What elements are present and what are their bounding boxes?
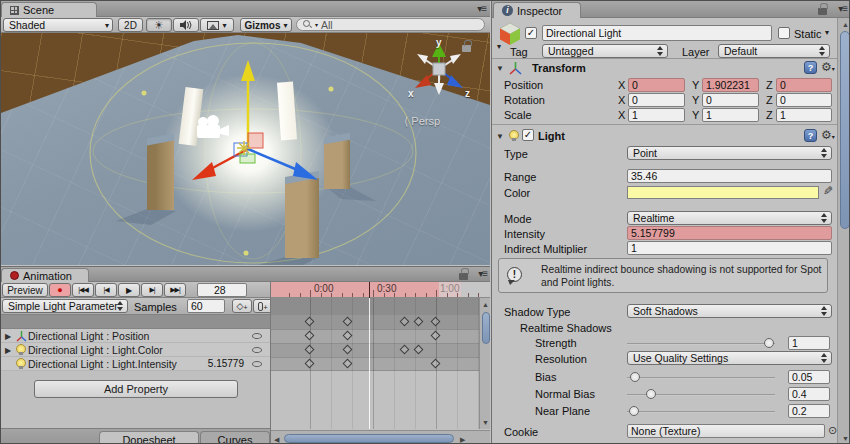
inspector-panel-menu-icon[interactable]: ▾≡ — [838, 3, 847, 14]
chevron-down-icon[interactable]: ▾ — [497, 42, 501, 51]
gameobject-cube-icon[interactable] — [498, 22, 522, 46]
key-indicator-icon[interactable] — [252, 333, 262, 339]
static-checkbox[interactable] — [778, 27, 790, 39]
dopesheet-hscrollbar[interactable]: ◀ ▶ — [271, 430, 490, 444]
next-frame-button[interactable]: ▶| — [141, 283, 163, 297]
gizmos-dropdown[interactable]: Gizmos ▾ — [240, 18, 292, 32]
animation-panel-menu-icon[interactable]: ▾≡ — [478, 268, 487, 279]
scale-x-field[interactable]: 1 — [628, 108, 685, 122]
color-swatch[interactable] — [627, 186, 819, 199]
strength-slider-thumb[interactable] — [764, 338, 774, 348]
foldout-icon[interactable]: ▼ — [496, 132, 504, 141]
cookie-object-field[interactable]: None (Texture) — [627, 424, 825, 438]
scroll-right-icon[interactable]: ▶ — [460, 436, 465, 444]
static-dropdown-icon[interactable]: ▾ — [825, 28, 829, 37]
bias-slider-thumb[interactable] — [630, 372, 640, 382]
inspector-scroll-thumb[interactable] — [840, 31, 850, 229]
scroll-up-icon[interactable]: ▲ — [842, 21, 849, 28]
vscroll-thumb[interactable] — [482, 312, 490, 344]
2d-toggle-button[interactable]: 2D — [118, 18, 143, 32]
bias-slider[interactable] — [627, 377, 775, 379]
tab-animation[interactable]: Animation — [1, 268, 89, 282]
lighting-toggle-button[interactable]: ☀ — [146, 18, 172, 32]
foldout-icon[interactable]: ▼ — [496, 64, 504, 73]
near-plane-slider[interactable] — [627, 411, 775, 413]
scroll-down-icon[interactable]: ▼ — [482, 419, 489, 426]
record-button[interactable]: ● — [49, 283, 71, 297]
go-to-end-button[interactable]: ▶▶| — [164, 283, 186, 297]
play-button[interactable]: ▶ — [118, 283, 140, 297]
near-plane-field[interactable]: 0.2 — [788, 404, 830, 418]
foldout-icon[interactable]: ▶ — [5, 332, 11, 341]
scene-viewport[interactable]: y x z ⟨ Persp — [1, 33, 490, 265]
resolution-dropdown[interactable]: Use Quality Settings — [627, 351, 832, 365]
range-field[interactable]: 35.46 — [627, 169, 832, 183]
preview-button[interactable]: Preview — [2, 283, 48, 297]
light-enabled-checkbox[interactable]: ✓ — [522, 129, 534, 141]
dopesheet-vscrollbar[interactable]: ▲ ▼ — [479, 298, 490, 429]
scene-panel-menu-icon[interactable]: ▾≡ — [477, 3, 486, 14]
tab-curves[interactable]: Curves — [200, 431, 270, 444]
playhead-line[interactable] — [369, 298, 371, 429]
bias-field[interactable]: 0.05 — [788, 370, 830, 384]
strength-slider[interactable] — [627, 343, 775, 345]
rotation-z-field[interactable]: 0 — [776, 93, 832, 107]
effects-toggle-button[interactable]: ▾ — [200, 18, 234, 32]
animation-lock-icon[interactable] — [459, 273, 468, 280]
mode-dropdown[interactable]: Realtime — [627, 211, 832, 225]
add-keyframe-button[interactable]: ◇ + — [232, 299, 252, 313]
inspector-lock-icon[interactable] — [818, 8, 827, 15]
object-picker-icon[interactable]: ⊙ — [828, 424, 837, 437]
scene-lock-icon[interactable] — [462, 45, 471, 52]
hscroll-thumb[interactable] — [284, 434, 454, 443]
tab-scene[interactable]: Scene — [1, 2, 97, 17]
gear-icon[interactable]: ⚙▾ — [821, 129, 835, 143]
indirect-multiplier-field[interactable]: 1 — [627, 241, 832, 255]
anim-property-row-intensity[interactable]: Directional Light : Light.Intensity 5.15… — [1, 357, 270, 371]
ruler-playhead[interactable] — [369, 282, 370, 298]
go-to-start-button[interactable]: |◀◀ — [72, 283, 94, 297]
tab-dopesheet[interactable]: Dopesheet — [99, 431, 199, 444]
help-icon[interactable]: ? — [804, 61, 817, 74]
audio-toggle-button[interactable] — [173, 18, 199, 32]
key-indicator-icon[interactable] — [252, 361, 262, 367]
rotation-y-field[interactable]: 0 — [702, 93, 759, 107]
inspector-scrollbar[interactable]: ▲ ▼ — [837, 18, 850, 444]
scroll-up-icon[interactable]: ▲ — [482, 301, 489, 308]
scene-search-input[interactable]: ▾ All — [296, 18, 485, 31]
eyedropper-icon[interactable]: ✎ — [823, 184, 833, 198]
scroll-left-icon[interactable]: ◀ — [274, 436, 279, 444]
timeline-ruler[interactable]: 0:00 0:30 1:00 — [271, 282, 490, 298]
strength-field[interactable]: 1 — [788, 336, 830, 350]
anim-property-row-position[interactable]: ▶ Directional Light : Position — [1, 329, 270, 343]
foldout-icon[interactable]: ▶ — [5, 346, 11, 355]
normal-bias-slider-thumb[interactable] — [646, 389, 656, 399]
gameobject-name-field[interactable]: Directional Light — [542, 25, 772, 41]
tag-dropdown[interactable]: Untagged — [542, 44, 668, 58]
position-y-field[interactable]: 1.902231 — [702, 78, 759, 92]
rotation-x-field[interactable]: 0 — [628, 93, 685, 107]
anim-property-row-color[interactable]: ▶ Directional Light : Light.Color — [1, 343, 270, 357]
current-frame-field[interactable]: 28 — [197, 283, 247, 297]
render-mode-dropdown[interactable]: Shaded ▾ — [3, 18, 113, 32]
near-plane-slider-thumb[interactable] — [629, 406, 639, 416]
add-property-button[interactable]: Add Property — [34, 380, 238, 398]
layer-dropdown[interactable]: Default — [718, 44, 830, 58]
normal-bias-field[interactable]: 0.4 — [788, 387, 830, 401]
light-type-dropdown[interactable]: Point — [627, 146, 832, 160]
intensity-field[interactable]: 5.157799 — [627, 226, 832, 240]
samples-field[interactable]: 60 — [187, 299, 225, 313]
active-checkbox[interactable]: ✓ — [525, 27, 537, 39]
shadow-type-dropdown[interactable]: Soft Shadows — [627, 304, 832, 318]
position-x-field[interactable]: 0 — [628, 78, 685, 92]
gear-icon[interactable]: ⚙▾ — [821, 61, 835, 75]
tab-inspector[interactable]: i Inspector — [493, 2, 581, 18]
clip-dropdown[interactable]: Simple Light Parameter — [2, 299, 128, 313]
scale-z-field[interactable]: 1 — [776, 108, 832, 122]
position-z-field[interactable]: 0 — [776, 78, 832, 92]
help-icon[interactable]: ? — [804, 129, 817, 142]
dopesheet-area[interactable] — [271, 298, 479, 429]
scale-y-field[interactable]: 1 — [702, 108, 759, 122]
key-indicator-icon[interactable] — [252, 347, 262, 353]
previous-frame-button[interactable]: |◀ — [95, 283, 117, 297]
